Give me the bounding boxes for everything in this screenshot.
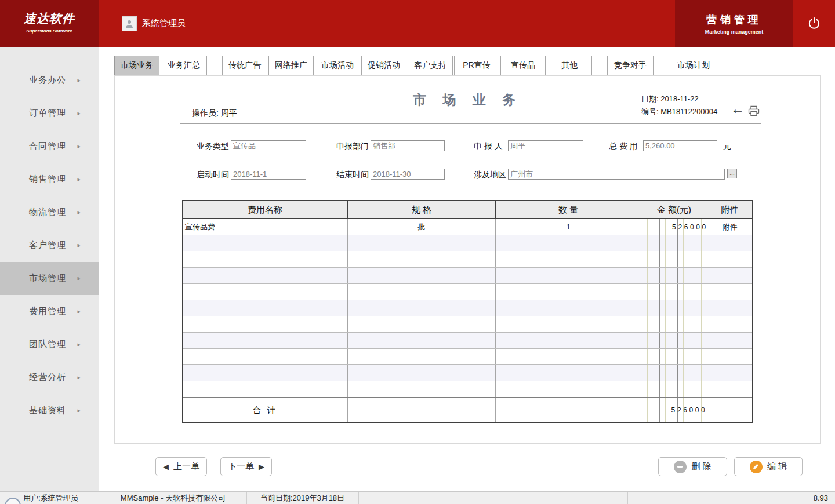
sidebar-item-customer-mgmt[interactable]: 客户管理▸ bbox=[0, 229, 99, 262]
chevron-right-icon: ▸ bbox=[77, 109, 81, 117]
tab-promo-materials[interactable]: 宣传品 bbox=[500, 56, 546, 75]
sidebar-item-expense-mgmt[interactable]: 费用管理▸ bbox=[0, 295, 99, 328]
user-avatar-icon bbox=[122, 16, 137, 31]
table-empty-row bbox=[183, 268, 752, 284]
app-header: 速达软件 Superstada Software 系统管理员 营销管理 Mark… bbox=[0, 0, 835, 47]
module-title-box: 营销管理 Marketing management bbox=[675, 0, 793, 47]
main-content: 市场业务 业务汇总 传统广告 网络推广 市场活动 促销活动 客户支持 PR宣传 … bbox=[99, 47, 835, 491]
header-divider bbox=[180, 123, 761, 124]
print-button[interactable] bbox=[748, 105, 760, 119]
prev-record-button[interactable]: ◀ 上一单 bbox=[155, 457, 207, 476]
total-cost-input[interactable] bbox=[643, 140, 717, 151]
next-record-label: 下一单 bbox=[228, 461, 254, 472]
power-button[interactable] bbox=[793, 0, 835, 47]
chevron-right-icon: ▸ bbox=[77, 176, 81, 183]
chevron-right-icon: ▸ bbox=[77, 308, 81, 315]
tab-competitors[interactable]: 竞争对手 bbox=[607, 56, 654, 75]
end-date-label: 结束时间 bbox=[336, 170, 369, 180]
tab-market-plan[interactable]: 市场计划 bbox=[671, 56, 716, 75]
logo-title: 速达软件 bbox=[0, 10, 99, 27]
cell-expense-name: 宣传品费 bbox=[183, 219, 348, 235]
left-triangle-icon: ◀ bbox=[163, 462, 169, 471]
col-header-expense-name: 费用名称 bbox=[183, 201, 348, 218]
region-browse-button[interactable]: ... bbox=[727, 169, 737, 178]
chevron-right-icon: ▸ bbox=[77, 374, 81, 381]
sidebar-item-logistics-mgmt[interactable]: 物流管理▸ bbox=[0, 196, 99, 229]
start-date-label: 启动时间 bbox=[197, 170, 229, 180]
business-type-input[interactable] bbox=[231, 140, 306, 151]
pencil-circle-icon bbox=[750, 461, 763, 473]
logo-subtitle: Superstada Software bbox=[0, 28, 99, 34]
status-current-date: 当前日期:2019年3月18日 bbox=[246, 492, 358, 504]
table-empty-row bbox=[183, 235, 752, 251]
total-cost-unit: 元 bbox=[723, 141, 731, 152]
chevron-right-icon: ▸ bbox=[77, 209, 81, 216]
table-empty-row bbox=[183, 251, 752, 268]
next-record-button[interactable]: 下一单 ▶ bbox=[220, 457, 272, 476]
table-empty-row bbox=[183, 333, 752, 349]
total-amount-digits: 526000 bbox=[641, 398, 707, 422]
department-input[interactable] bbox=[371, 140, 445, 151]
table-empty-row bbox=[183, 381, 752, 397]
tab-traditional-ads[interactable]: 传统广告 bbox=[222, 56, 267, 75]
app-window: 速达软件 Superstada Software 系统管理员 营销管理 Mark… bbox=[0, 0, 835, 504]
document-date: 日期: 2018-11-22 bbox=[641, 94, 699, 104]
sidebar-item-base-data[interactable]: 基础资料▸ bbox=[0, 394, 99, 427]
current-user-label: 系统管理员 bbox=[142, 18, 186, 29]
chevron-right-icon: ▸ bbox=[77, 143, 81, 150]
tab-business-summary[interactable]: 业务汇总 bbox=[161, 56, 207, 75]
total-amount: 526000 bbox=[641, 398, 707, 422]
status-bar: 用户:系统管理员 MMSample - 天软科技有限公司 当前日期:2019年3… bbox=[0, 491, 835, 504]
amount-digits: 526000 bbox=[641, 219, 707, 235]
chevron-right-icon: ▸ bbox=[77, 275, 81, 282]
reporter-input[interactable] bbox=[508, 140, 583, 151]
operator-label: 操作员: 周平 bbox=[192, 108, 237, 119]
col-header-spec: 规 格 bbox=[348, 201, 496, 218]
chevron-right-icon: ▸ bbox=[77, 407, 81, 414]
table-empty-row bbox=[183, 349, 752, 365]
module-title: 营销管理 bbox=[675, 13, 793, 27]
status-user: 用户:系统管理员 bbox=[23, 492, 78, 504]
status-version: 8.93 bbox=[814, 492, 828, 504]
document-panel: 市 场 业 务 操作员: 周平 日期: 2018-11-22 编号: MB181… bbox=[114, 75, 821, 444]
tab-pr[interactable]: PR宣传 bbox=[454, 56, 499, 75]
back-arrow-icon[interactable]: ← bbox=[731, 102, 745, 116]
chevron-right-icon: ▸ bbox=[77, 242, 81, 249]
tab-market-business[interactable]: 市场业务 bbox=[114, 56, 159, 75]
sidebar-item-business-office[interactable]: 业务办公▸ bbox=[0, 64, 99, 97]
sidebar-item-order-mgmt[interactable]: 订单管理▸ bbox=[0, 97, 99, 130]
sidebar-item-contract-mgmt[interactable]: 合同管理▸ bbox=[0, 130, 99, 163]
total-cost-label: 总 费 用 bbox=[609, 141, 638, 152]
prev-record-label: 上一单 bbox=[173, 461, 199, 472]
table-header-row: 费用名称 规 格 数 量 金 额(元) 附件 bbox=[183, 201, 752, 219]
document-number: 编号: MB18112200004 bbox=[641, 107, 717, 117]
tab-market-activity[interactable]: 市场活动 bbox=[315, 56, 360, 75]
table-total-row: 合 计 526000 bbox=[183, 397, 752, 422]
region-label: 涉及地区 bbox=[474, 170, 506, 180]
sidebar-item-business-analysis[interactable]: 经营分析▸ bbox=[0, 361, 99, 394]
tab-bar: 市场业务 业务汇总 传统广告 网络推广 市场活动 促销活动 客户支持 PR宣传 … bbox=[114, 56, 716, 75]
tab-online-promotion[interactable]: 网络推广 bbox=[268, 56, 314, 75]
end-date-input[interactable] bbox=[371, 169, 445, 180]
edit-label: 编 辑 bbox=[767, 461, 787, 472]
printer-icon bbox=[748, 105, 760, 116]
delete-button[interactable]: 删 除 bbox=[658, 457, 727, 476]
edit-button[interactable]: 编 辑 bbox=[734, 457, 803, 476]
sidebar-item-market-mgmt[interactable]: 市场管理▸ bbox=[0, 262, 99, 295]
tab-promo-activity[interactable]: 促销活动 bbox=[361, 56, 406, 75]
tab-customer-support[interactable]: 客户支持 bbox=[408, 56, 453, 75]
minus-circle-icon bbox=[674, 461, 687, 473]
business-type-label: 业务类型 bbox=[197, 141, 229, 152]
sidebar-item-team-mgmt[interactable]: 团队管理▸ bbox=[0, 328, 99, 361]
app-logo: 速达软件 Superstada Software bbox=[0, 0, 99, 47]
sidebar-item-sales-mgmt[interactable]: 销售管理▸ bbox=[0, 163, 99, 196]
col-header-amount: 金 额(元) bbox=[641, 201, 707, 218]
status-circle-icon bbox=[5, 498, 21, 504]
table-empty-row bbox=[183, 300, 752, 316]
col-header-qty: 数 量 bbox=[496, 201, 641, 218]
chevron-right-icon: ▸ bbox=[77, 341, 81, 348]
tab-other[interactable]: 其他 bbox=[547, 56, 592, 75]
attachment-link[interactable]: 附件 bbox=[707, 219, 752, 235]
region-input[interactable] bbox=[508, 169, 725, 180]
start-date-input[interactable] bbox=[231, 169, 306, 180]
